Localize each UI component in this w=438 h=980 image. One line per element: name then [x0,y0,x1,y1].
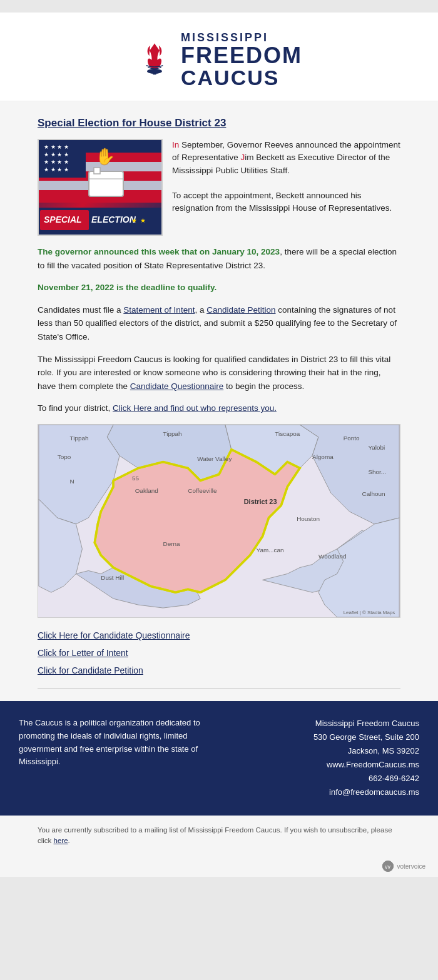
footer-website: www.FreedomCaucus.ms [225,758,419,772]
find-district-link[interactable]: Click Here and find out who represents y… [113,403,277,413]
footer-address2: Jackson, MS 39202 [225,744,419,758]
questionnaire-link[interactable]: Click Here for Candidate Questionnaire [38,630,400,640]
svg-text:ELECTION: ELECTION [91,215,136,225]
svg-text:Yam...can: Yam...can [257,547,284,553]
svg-rect-1 [153,69,156,74]
questionnaire-inline-link[interactable]: Candidate Questionnaire [130,381,223,391]
candidate-petition-link[interactable]: Candidate Petition [206,305,275,315]
svg-text:Derna: Derna [163,540,181,547]
main-content: Special Election for House District 23 [0,101,438,701]
candidate-petition-link-bottom[interactable]: Click for Candidate Petition [38,665,400,675]
svg-text:Shor...: Shor... [368,468,386,475]
footer-mission-text: The Caucus is a political organization d… [19,718,200,766]
svg-text:Algoma: Algoma [312,453,334,460]
svg-rect-15 [94,168,100,174]
svg-text:Water Valley: Water Valley [197,455,232,462]
svg-text:★ ★ ★ ★: ★ ★ ★ ★ [44,144,69,150]
logo-freedom-text: FREEDOM [181,44,302,67]
svg-text:Oakland: Oakland [135,487,158,494]
svg-text:Houston: Houston [297,515,320,522]
svg-text:SPECIAL: SPECIAL [44,215,82,225]
footer-email: info@freedomcaucus.ms [225,786,419,799]
svg-text:vv: vv [385,864,391,870]
logo-icon [136,41,173,79]
links-section: Click Here for Candidate Questionnaire C… [38,630,400,675]
intro-block: ★ ★ ★ ★ ★ ★ ★ ★ ★ ★ ★ ★ ★ ★ ★ ★ ✋ SPECIA… [38,139,400,236]
body-paragraph-3: Candidates must file a Statement of Inte… [38,303,400,344]
svg-text:Leaflet | © Stadia Maps: Leaflet | © Stadia Maps [344,610,395,615]
intro-text: In September, Governor Reeves announced … [172,139,400,236]
map-svg: Tippah Tippah Tiscapoa Ponto Yalobi Topo… [38,425,400,617]
logo-container: MISSISSIPPI FREEDOM CAUCUS [13,31,425,88]
svg-text:★ ★ ★ ★: ★ ★ ★ ★ [44,159,69,165]
footer-address1: 530 George Street, Suite 200 [225,730,419,744]
unsubscribe-link[interactable]: here [54,837,68,844]
footer-org-name: Mississippi Freedom Caucus [225,717,419,730]
logo-text: MISSISSIPPI FREEDOM CAUCUS [181,31,302,88]
svg-text:Yalobi: Yalobi [368,444,385,451]
svg-text:Tippah: Tippah [70,435,89,442]
svg-rect-14 [89,171,123,196]
svg-text:Woodland: Woodland [318,553,347,560]
svg-text:Tiscapoa: Tiscapoa [275,430,300,437]
logo-caucus-text: CAUCUS [181,67,302,88]
svg-text:55: 55 [132,475,140,482]
find-district-text: To find your district, Click Here and fi… [38,402,400,415]
footer-main: The Caucus is a political organization d… [0,701,438,816]
svg-text:✋: ✋ [95,146,116,166]
votervoice-text: votervoice [397,863,425,870]
svg-text:Coffeeville: Coffeeville [188,487,217,494]
svg-text:Ponto: Ponto [344,435,360,442]
svg-text:Tippah: Tippah [163,430,182,437]
letter-of-intent-link[interactable]: Click for Letter of Intent [38,648,400,658]
footer-left: The Caucus is a political organization d… [19,717,213,800]
svg-text:Topo: Topo [58,453,71,460]
email-wrapper: MISSISSIPPI FREEDOM CAUCUS Special Elect… [0,13,438,877]
election-image: ★ ★ ★ ★ ★ ★ ★ ★ ★ ★ ★ ★ ★ ★ ★ ★ ✋ SPECIA… [38,139,163,236]
votervoice-icon: vv [382,861,394,872]
district-map: Tippah Tippah Tiscapoa Ponto Yalobi Topo… [38,424,400,618]
votervoice-footer: vv votervoice [0,856,438,877]
section-title[interactable]: Special Election for House District 23 [38,117,400,129]
svg-text:★: ★ [131,217,137,224]
svg-text:Dust Hill: Dust Hill [101,574,124,581]
svg-text:★: ★ [140,217,146,224]
svg-text:★ ★ ★ ★: ★ ★ ★ ★ [44,166,69,173]
svg-text:★ ★ ★ ★: ★ ★ ★ ★ [44,151,69,158]
footer-phone: 662-469-6242 [225,772,419,786]
unsubscribe-text: You are currently subscribed to a mailin… [38,826,392,844]
svg-text:District 23: District 23 [244,498,277,505]
body-paragraph-4: The Mississippi Freedom Caucus is lookin… [38,353,400,393]
svg-text:Calhoun: Calhoun [362,490,385,497]
intro-paragraph-2: To accept the appointment, Beckett annou… [172,191,392,213]
body-paragraph-1: The governor announced this week that on… [38,245,400,272]
statement-of-intent-link[interactable]: Statement of Intent [123,305,195,315]
header: MISSISSIPPI FREEDOM CAUCUS [0,13,438,101]
intro-orange-text: In [172,140,179,149]
footer-bottom: You are currently subscribed to a mailin… [0,816,438,856]
footer-right: Mississippi Freedom Caucus 530 George St… [225,717,419,800]
svg-text:N: N [70,478,74,485]
body-paragraph-2: November 21, 2022 is the deadline to qua… [38,281,400,295]
content-divider [38,688,400,689]
